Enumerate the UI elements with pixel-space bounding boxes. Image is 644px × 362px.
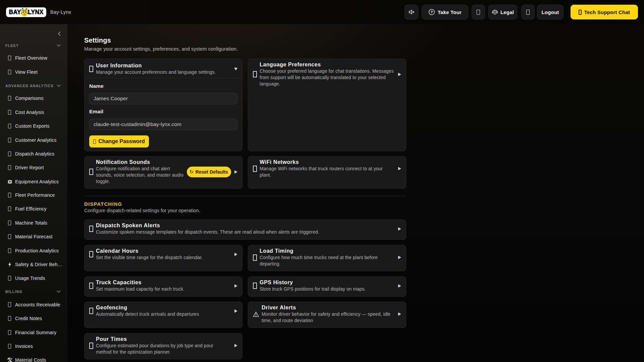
svg-text:?: ? xyxy=(430,10,433,14)
